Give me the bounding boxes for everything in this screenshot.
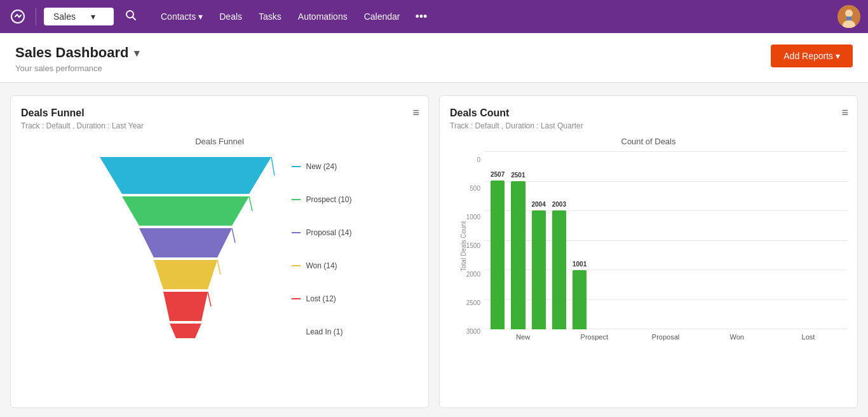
- bars-row: 2507 2501 2004 2003 1001: [484, 151, 593, 329]
- bars-section: 2507 2501 2004 2003 1001 NewProspectProp…: [484, 151, 847, 341]
- bar-col-proposal: 2004: [532, 201, 546, 329]
- funnel-labels: New (24) Prospect (10) Proposal (14) Won…: [292, 150, 351, 348]
- bar-col-prospect: 2501: [511, 172, 525, 329]
- funnel-label-won: Won (14): [292, 249, 351, 282]
- funnel-label-proposal: Proposal (14): [292, 216, 351, 249]
- y-label-2500: 2500: [466, 300, 480, 306]
- funnel-menu-button[interactable]: ≡: [412, 106, 419, 120]
- svg-line-12: [232, 228, 235, 243]
- bar-lost: [573, 270, 587, 329]
- x-label-proposal: Proposal: [633, 333, 698, 341]
- x-label-new: New: [491, 333, 555, 341]
- app-logo: [8, 6, 28, 27]
- y-label-500: 500: [466, 186, 480, 192]
- funnel-card-title: Deals Funnel: [21, 107, 418, 119]
- deals-count-card: Deals Count Track : Default , Duration :…: [439, 95, 858, 408]
- x-label-prospect: Prospect: [562, 333, 627, 341]
- bar-col-won: 2003: [552, 201, 566, 329]
- add-reports-button[interactable]: Add Reports ▾: [771, 44, 853, 67]
- funnel-label-lost: Lost (12): [292, 282, 351, 315]
- y-axis-title: Total Deals Count: [460, 221, 467, 271]
- y-label-2000: 2000: [466, 271, 480, 278]
- bar-card-title: Deals Count: [450, 107, 847, 119]
- bar-value-new: 2507: [491, 171, 505, 178]
- bar-value-lost: 1001: [573, 261, 587, 268]
- bar-menu-button[interactable]: ≡: [841, 106, 848, 120]
- y-label-1000: 1000: [466, 214, 480, 221]
- svg-marker-9: [122, 196, 249, 226]
- bar-proposal: [532, 210, 546, 329]
- contacts-label: Contacts: [161, 11, 196, 22]
- sales-dropdown[interactable]: Sales ▾: [44, 8, 114, 25]
- funnel-svg-element: [87, 151, 284, 348]
- bar-chart-container: Total Deals Count 3000 2500 2000 1500 10…: [450, 151, 847, 341]
- bar-prospect: [511, 181, 525, 329]
- x-label-won: Won: [705, 333, 770, 341]
- svg-line-14: [217, 260, 220, 275]
- svg-marker-15: [163, 292, 208, 321]
- funnel-chart-container: New (24) Prospect (10) Proposal (14) Won…: [21, 150, 418, 348]
- calendar-label: Calendar: [364, 11, 400, 22]
- funnel-label-leadin: Lead In (1): [292, 315, 351, 348]
- top-navigation: Sales ▾ Contacts ▾ Deals Tasks Automatio…: [0, 0, 868, 33]
- y-axis-labels: 3000 2500 2000 1500 1000 500 0: [466, 157, 480, 335]
- svg-line-16: [208, 292, 211, 306]
- search-button[interactable]: [119, 6, 143, 28]
- bars-grid: 2507 2501 2004 2003 1001: [484, 151, 847, 329]
- bar-value-proposal: 2004: [532, 201, 546, 208]
- more-menu-button[interactable]: •••: [409, 6, 434, 27]
- y-label-3000: 3000: [466, 329, 480, 335]
- bar-won: [552, 210, 566, 329]
- funnel-label-new: New (24): [292, 150, 351, 183]
- y-label-1500: 1500: [466, 243, 480, 249]
- bar-value-won: 2003: [552, 201, 566, 208]
- dropdown-label: Sales: [53, 11, 76, 22]
- funnel-svg: [87, 151, 284, 348]
- funnel-label-prospect: Prospect (10): [292, 183, 351, 216]
- x-axis-labels: NewProspectProposalWonLost: [484, 329, 847, 341]
- chevron-down-icon: ▾: [81, 11, 105, 22]
- funnel-card-subtitle: Track : Default , Duration : Last Year: [21, 121, 418, 130]
- svg-marker-17: [170, 324, 201, 338]
- svg-marker-7: [100, 157, 271, 194]
- calendar-link[interactable]: Calendar: [356, 8, 408, 25]
- funnel-chart-title: Deals Funnel: [21, 137, 418, 146]
- automations-label: Automations: [298, 11, 348, 22]
- title-area: Sales Dashboard ▾ Your sales performance: [15, 44, 139, 73]
- svg-line-8: [271, 157, 275, 175]
- bar-value-prospect: 2501: [511, 172, 525, 179]
- page-title: Sales Dashboard ▾: [15, 44, 139, 61]
- svg-rect-6: [846, 17, 851, 20]
- deals-label: Deals: [219, 11, 242, 22]
- bar-col-lost: 1001: [573, 261, 587, 329]
- svg-point-4: [845, 10, 853, 17]
- page-title-text: Sales Dashboard: [15, 44, 129, 61]
- bar-col-new: 2507: [491, 171, 505, 329]
- page-subtitle: Your sales performance: [15, 64, 139, 73]
- nav-divider: [36, 8, 36, 25]
- y-label-0: 0: [466, 157, 480, 163]
- user-avatar[interactable]: [837, 5, 860, 28]
- main-content: Deals Funnel Track : Default , Duration …: [0, 83, 868, 417]
- bar-new: [491, 181, 505, 329]
- svg-line-10: [249, 196, 252, 211]
- svg-marker-11: [139, 228, 232, 257]
- nav-links: Contacts ▾ Deals Tasks Automations Calen…: [153, 6, 832, 27]
- automations-link[interactable]: Automations: [290, 8, 355, 25]
- svg-marker-13: [154, 260, 217, 289]
- deals-funnel-card: Deals Funnel Track : Default , Duration …: [10, 95, 429, 408]
- svg-line-2: [133, 17, 136, 20]
- bar-card-subtitle: Track : Default , Duration : Last Quarte…: [450, 121, 847, 130]
- tasks-label: Tasks: [259, 11, 281, 22]
- contacts-link[interactable]: Contacts ▾: [153, 8, 210, 25]
- title-caret-icon[interactable]: ▾: [134, 47, 139, 59]
- tasks-link[interactable]: Tasks: [251, 8, 289, 25]
- page-header: Sales Dashboard ▾ Your sales performance…: [0, 33, 868, 83]
- x-label-lost: Lost: [776, 333, 841, 341]
- contacts-chevron: ▾: [198, 11, 203, 22]
- deals-link[interactable]: Deals: [212, 8, 250, 25]
- bar-chart-title: Count of Deals: [450, 137, 847, 146]
